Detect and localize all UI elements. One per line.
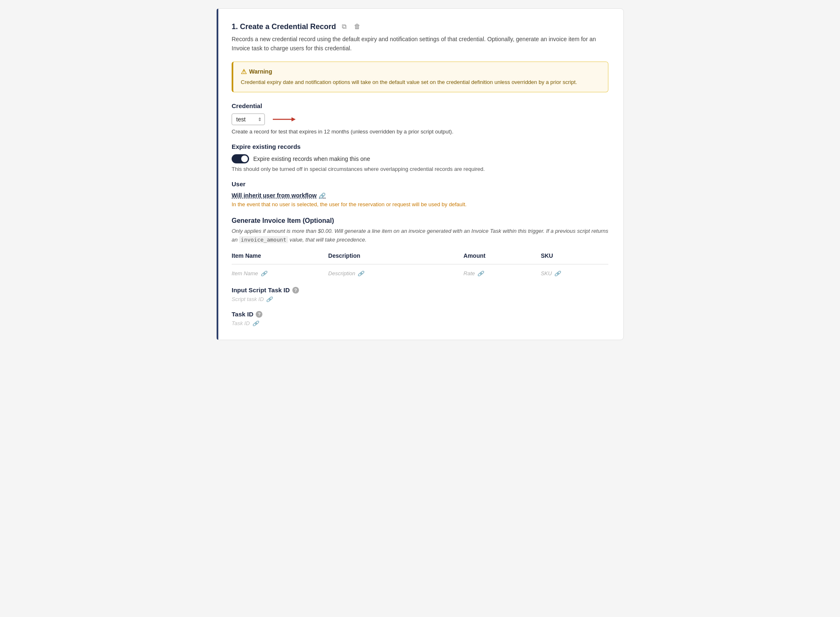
- warning-body: Credential expiry date and notification …: [241, 78, 600, 86]
- invoice-table-row: Item Name 🔗 Description 🔗 Rate 🔗 SKU 🔗: [232, 269, 608, 278]
- toggle-label: Expire existing records when making this…: [253, 155, 370, 162]
- invoice-table-header: Item Name Description Amount SKU: [232, 251, 608, 264]
- user-label: User: [232, 180, 608, 188]
- link-icon: 🔗: [319, 193, 326, 199]
- cell-description: Description 🔗: [328, 269, 463, 278]
- credential-section: Credential test Create a record for test…: [232, 102, 608, 135]
- expire-toggle[interactable]: [232, 154, 249, 163]
- input-script-help-icon[interactable]: ?: [292, 287, 299, 294]
- expire-hint: This should only be turned off in specia…: [232, 166, 608, 172]
- invoice-description: Only applies if amount is more than $0.0…: [232, 227, 608, 244]
- item-name-placeholder: Item Name: [232, 270, 258, 276]
- sku-placeholder: SKU: [541, 270, 552, 276]
- invoice-section: Generate Invoice Item (Optional) Only ap…: [232, 217, 608, 279]
- cell-sku: SKU 🔗: [541, 269, 608, 278]
- sku-edit-icon[interactable]: 🔗: [554, 271, 561, 276]
- description-placeholder: Description: [328, 270, 355, 276]
- warning-title: ⚠ Warning: [241, 68, 600, 76]
- script-task-id-field: Script task ID 🔗: [232, 296, 608, 302]
- copy-button[interactable]: ⧉: [340, 22, 348, 31]
- user-hint: In the event that no user is selected, t…: [232, 200, 608, 209]
- script-task-id-edit-icon[interactable]: 🔗: [266, 296, 272, 302]
- credential-label: Credential: [232, 102, 608, 109]
- red-arrow-icon: [271, 115, 296, 123]
- task-id-title: Task ID ?: [232, 311, 608, 318]
- task-id-placeholder: Task ID: [232, 320, 250, 326]
- amount-edit-icon[interactable]: 🔗: [477, 271, 484, 276]
- amount-placeholder: Rate: [464, 270, 475, 276]
- task-id-help-icon[interactable]: ?: [256, 311, 262, 318]
- script-task-id-placeholder: Script task ID: [232, 296, 264, 302]
- task-id-field: Task ID 🔗: [232, 320, 608, 326]
- section-description: Records a new credential record using th…: [232, 35, 608, 53]
- user-section: User Will inherit user from workflow 🔗 I…: [232, 180, 608, 209]
- section-header: 1. Create a Credential Record ⧉ 🗑: [232, 22, 608, 31]
- warning-box: ⚠ Warning Credential expiry date and not…: [232, 62, 608, 93]
- credential-hint: Create a record for test that expires in…: [232, 128, 608, 135]
- input-script-title: Input Script Task ID ?: [232, 286, 608, 294]
- toggle-row: Expire existing records when making this…: [232, 154, 608, 163]
- input-script-section: Input Script Task ID ? Script task ID 🔗: [232, 286, 608, 302]
- cell-item-name: Item Name 🔗: [232, 269, 328, 278]
- user-inherit-link[interactable]: Will inherit user from workflow 🔗: [232, 192, 326, 199]
- col-amount: Amount: [464, 251, 541, 261]
- section-title-text: 1. Create a Credential Record: [232, 22, 336, 31]
- warning-icon: ⚠: [241, 68, 247, 76]
- svg-marker-1: [292, 117, 296, 121]
- arrow-indicator: [271, 115, 296, 123]
- col-item-name: Item Name: [232, 251, 328, 261]
- credential-select[interactable]: test: [232, 114, 265, 125]
- expire-section: Expire existing records Expire existing …: [232, 143, 608, 172]
- invoice-label: Generate Invoice Item (Optional): [232, 217, 608, 225]
- expire-label: Expire existing records: [232, 143, 608, 150]
- cell-amount: Rate 🔗: [464, 269, 541, 278]
- delete-button[interactable]: 🗑: [352, 22, 362, 31]
- credential-select-wrapper: test: [232, 114, 265, 125]
- description-edit-icon[interactable]: 🔗: [358, 271, 364, 276]
- task-id-edit-icon[interactable]: 🔗: [252, 321, 259, 326]
- main-card: 1. Create a Credential Record ⧉ 🗑 Record…: [216, 8, 624, 340]
- credential-row: test: [232, 114, 608, 125]
- col-sku: SKU: [541, 251, 608, 261]
- col-description: Description: [328, 251, 463, 261]
- item-name-edit-icon[interactable]: 🔗: [261, 271, 267, 276]
- task-id-section: Task ID ? Task ID 🔗: [232, 311, 608, 326]
